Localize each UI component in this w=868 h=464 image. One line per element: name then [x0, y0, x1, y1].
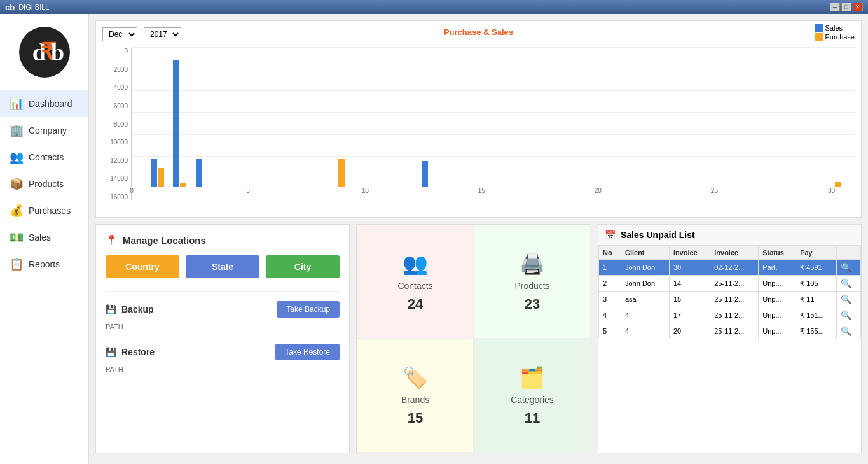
- chart-legend: Sales Purchase: [815, 24, 855, 42]
- maximize-button[interactable]: □: [841, 3, 851, 11]
- app-logo: cb: [5, 3, 15, 12]
- sidebar-label-reports: Reports: [29, 259, 60, 269]
- manage-locations-title: Manage Locations: [123, 235, 206, 246]
- col-client: Client: [621, 246, 669, 260]
- col-actions: [837, 246, 861, 260]
- sales-bar: [173, 60, 179, 187]
- categories-stat-count: 11: [525, 410, 540, 426]
- brands-stat-label: Brands: [401, 395, 429, 405]
- col-invoice1: Invoice: [669, 246, 710, 260]
- stat-card-contacts[interactable]: 👥 Contacts 24: [357, 225, 474, 339]
- app-title: DIGI BILL: [18, 3, 49, 11]
- legend-sales-color: [815, 24, 823, 32]
- close-button[interactable]: ✕: [853, 3, 863, 11]
- sidebar: d₹b 📊 Dashboard 🏢 Company 👥 Contacts 📦 P…: [0, 14, 89, 464]
- categories-stat-icon: 🗂️: [520, 365, 545, 390]
- table-row[interactable]: 3 asa 15 25-11-2... Unp... ₹ 11 🔍: [599, 292, 861, 307]
- sidebar-item-company[interactable]: 🏢 Company: [0, 117, 88, 144]
- sidebar-item-products[interactable]: 📦 Products: [0, 171, 88, 197]
- sidebar-item-dashboard[interactable]: 📊 Dashboard: [0, 90, 88, 117]
- sidebar-item-contacts[interactable]: 👥 Contacts: [0, 144, 88, 171]
- view-icon[interactable]: 🔍: [841, 326, 851, 336]
- chart-title: Purchase & Sales: [444, 27, 513, 37]
- window-controls: ─ □ ✕: [830, 3, 863, 11]
- dashboard-icon: 📊: [10, 97, 24, 111]
- legend-sales-label: Sales: [825, 24, 843, 32]
- chart-container: 16000 14000 12000 10000 8000 6000 4000 2…: [102, 45, 855, 213]
- company-icon: 🏢: [10, 123, 24, 137]
- state-button[interactable]: State: [186, 255, 259, 278]
- stat-card-brands[interactable]: 🏷️ Brands 15: [357, 339, 474, 453]
- sales-unpaid-header: 📅 Sales Unpaid List: [598, 225, 861, 246]
- col-pay: Pay: [796, 246, 837, 260]
- restore-row: 💾 Restore Take Restore: [106, 344, 340, 360]
- chart-plot: 0 5 10 15 20 25 30: [131, 48, 855, 200]
- restore-icon: 💾: [106, 347, 116, 357]
- minimize-button[interactable]: ─: [830, 3, 840, 11]
- restore-path-label: PATH: [106, 365, 340, 373]
- products-icon: 📦: [10, 177, 24, 191]
- sales-icon: 💵: [10, 230, 24, 244]
- purchase-bar: [835, 182, 841, 187]
- categories-stat-label: Categories: [511, 395, 554, 405]
- view-icon[interactable]: 🔍: [841, 262, 851, 272]
- products-stat-count: 23: [525, 296, 540, 313]
- sidebar-label-dashboard: Dashboard: [29, 99, 72, 109]
- contacts-stat-count: 24: [408, 296, 423, 313]
- backup-section: 💾 Backup Take Backup PATH: [106, 291, 340, 330]
- city-button[interactable]: City: [266, 255, 340, 278]
- stats-grid: 👥 Contacts 24 🖨️ Products 23 🏷️ Brands 1…: [356, 224, 591, 453]
- legend-purchase-label: Purchase: [825, 33, 855, 41]
- sidebar-label-company: Company: [29, 125, 67, 136]
- sidebar-item-purchases[interactable]: 💰 Purchases: [0, 197, 88, 224]
- products-stat-icon: 🖨️: [520, 251, 545, 276]
- country-button[interactable]: Country: [106, 255, 179, 278]
- x-axis: 0 5 10 15 20 25 30: [132, 187, 855, 200]
- reports-icon: 📋: [10, 257, 24, 271]
- legend-sales: Sales: [815, 24, 855, 32]
- sidebar-label-products: Products: [29, 179, 64, 189]
- manage-locations-panel: 📍 Manage Locations Country State City 💾 …: [95, 224, 350, 453]
- sales-bar: [422, 161, 428, 187]
- title-bar: cb DIGI BILL ─ □ ✕: [0, 0, 868, 14]
- contacts-stat-label: Contacts: [397, 281, 432, 291]
- backup-header: 💾 Backup: [106, 304, 154, 314]
- brands-stat-count: 15: [408, 410, 423, 426]
- stat-card-products[interactable]: 🖨️ Products 23: [474, 225, 591, 339]
- year-select[interactable]: 2015201620172018: [144, 27, 181, 41]
- take-restore-button[interactable]: Take Restore: [275, 344, 340, 360]
- stat-card-categories[interactable]: 🗂️ Categories 11: [474, 339, 591, 453]
- restore-section: 💾 Restore Take Restore PATH: [106, 334, 340, 373]
- view-icon[interactable]: 🔍: [841, 294, 851, 304]
- legend-purchase: Purchase: [815, 33, 855, 41]
- products-stat-label: Products: [514, 281, 549, 291]
- col-status: Status: [759, 246, 796, 260]
- table-row[interactable]: 1 John Don 30 02-12-2... Part. ₹ 4591 🔍: [599, 260, 861, 276]
- contacts-stat-icon: 👥: [403, 251, 428, 276]
- app-logo-circle: d₹b: [19, 27, 70, 78]
- take-backup-button[interactable]: Take Backup: [277, 301, 340, 318]
- sidebar-item-reports[interactable]: 📋 Reports: [0, 251, 88, 278]
- table-row[interactable]: 2 John Don 14 25-11-2... Unp... ₹ 105 🔍: [599, 276, 861, 292]
- sales-unpaid-title: Sales Unpaid List: [621, 230, 695, 240]
- restore-title: Restore: [121, 347, 155, 357]
- purchase-bar: [158, 168, 164, 187]
- location-icon: 📍: [106, 234, 118, 246]
- col-no: No: [599, 246, 621, 260]
- month-select[interactable]: JanFebMar AprMayJun JulAugSep OctNovDec: [102, 27, 137, 41]
- logo-area: d₹b: [0, 20, 88, 84]
- sales-unpaid-table: No Client Invoice Invoice Status Pay 1 J…: [598, 246, 861, 339]
- view-icon[interactable]: 🔍: [841, 278, 851, 288]
- table-row[interactable]: 5 4 20 25-11-2... Unp... ₹ 155... 🔍: [599, 323, 861, 339]
- table-row[interactable]: 4 4 17 25-11-2... Unp... ₹ 151... 🔍: [599, 307, 861, 323]
- sidebar-item-sales[interactable]: 💵 Sales: [0, 224, 88, 251]
- main-content: JanFebMar AprMayJun JulAugSep OctNovDec …: [89, 14, 868, 464]
- sales-bar: [151, 159, 157, 187]
- contacts-icon: 👥: [10, 150, 24, 164]
- sales-bar: [196, 159, 202, 187]
- view-icon[interactable]: 🔍: [841, 310, 851, 320]
- location-buttons: Country State City: [106, 255, 340, 278]
- manage-locations-header: 📍 Manage Locations: [106, 234, 340, 246]
- purchase-bar: [180, 183, 186, 187]
- sidebar-label-purchases: Purchases: [29, 206, 71, 216]
